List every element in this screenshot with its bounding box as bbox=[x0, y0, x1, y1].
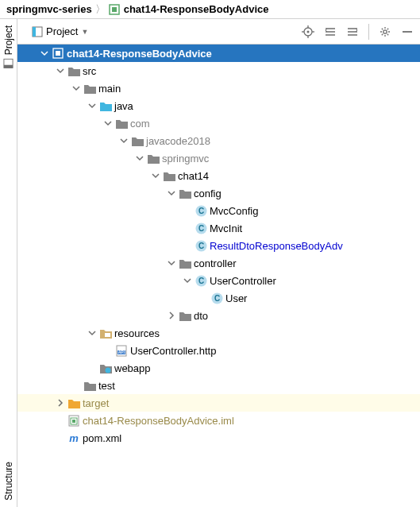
chevron-down-icon[interactable] bbox=[86, 329, 98, 337]
svg-text:m: m bbox=[69, 432, 79, 444]
chevron-down-icon[interactable] bbox=[102, 119, 114, 127]
tree-node-resources[interactable]: resources bbox=[17, 324, 420, 342]
tree-label: chat14 bbox=[176, 170, 209, 182]
breadcrumb-separator: 〉 bbox=[95, 2, 106, 17]
chevron-down-icon[interactable] bbox=[118, 137, 130, 145]
web-folder-icon bbox=[98, 363, 113, 373]
chevron-down-icon[interactable] bbox=[70, 84, 83, 92]
expand-all-icon[interactable] bbox=[324, 25, 337, 38]
tree-label: controller bbox=[192, 257, 236, 269]
tree-label: src bbox=[81, 65, 96, 77]
tree-label: chat14-ResponseBodyAdvice bbox=[65, 48, 212, 60]
tree-node-target[interactable]: target bbox=[17, 394, 420, 412]
iml-file-icon bbox=[67, 415, 81, 427]
chevron-down-icon[interactable] bbox=[149, 172, 162, 180]
tree-label: test bbox=[97, 380, 115, 392]
package-icon bbox=[178, 188, 192, 199]
chevron-down-icon[interactable] bbox=[165, 259, 178, 267]
chevron-right-icon[interactable] bbox=[54, 399, 67, 407]
tree-label: springmvc bbox=[160, 153, 209, 164]
project-tree[interactable]: chat14-ResponseBodyAdvice src main java … bbox=[17, 45, 420, 507]
tree-node-iml[interactable]: chat14-ResponseBodyAdvice.iml bbox=[17, 412, 420, 429]
tree-node-webapp[interactable]: webapp bbox=[17, 359, 420, 377]
tree-node-class[interactable]: C MvcConfig bbox=[17, 202, 420, 219]
hide-icon[interactable] bbox=[401, 25, 414, 38]
tree-node-pom[interactable]: m pom.xml bbox=[17, 429, 420, 447]
module-icon bbox=[51, 48, 65, 59]
tree-label: MvcInit bbox=[208, 223, 242, 234]
tree-label: webapp bbox=[113, 362, 151, 374]
left-tool-tabs: Project Structure bbox=[0, 19, 17, 507]
tree-node-package[interactable]: dto bbox=[17, 307, 420, 324]
tree-label: chat14-ResponseBodyAdvice.iml bbox=[81, 415, 234, 427]
package-icon bbox=[130, 136, 144, 146]
tree-label: MvcConfig bbox=[208, 205, 258, 217]
breadcrumb-module[interactable]: chat14-ResponseBodyAdvice bbox=[124, 3, 269, 15]
tree-node-class[interactable]: C User bbox=[17, 289, 420, 307]
source-folder-icon bbox=[98, 101, 113, 111]
chevron-down-icon[interactable] bbox=[54, 67, 67, 75]
chevron-down-icon[interactable]: ▼ bbox=[81, 28, 88, 36]
tree-node-package[interactable]: chat14 bbox=[17, 167, 420, 184]
tree-node-package[interactable]: javacode2018 bbox=[17, 132, 420, 149]
chevron-down-icon[interactable] bbox=[181, 277, 194, 284]
tree-node-src[interactable]: src bbox=[17, 62, 420, 79]
tree-node-module-root[interactable]: chat14-ResponseBodyAdvice bbox=[17, 45, 420, 62]
breadcrumb: springmvc-series 〉 chat14-ResponseBodyAd… bbox=[0, 0, 420, 19]
tree-label: UserController.http bbox=[129, 345, 216, 357]
project-tool-header: Project ▼ bbox=[17, 19, 420, 45]
svg-text:C: C bbox=[198, 207, 203, 215]
tree-node-class[interactable]: C UserController bbox=[17, 272, 420, 289]
svg-rect-33 bbox=[72, 420, 75, 423]
tree-node-class[interactable]: C MvcInit bbox=[17, 219, 420, 237]
folder-icon bbox=[83, 381, 97, 391]
structure-tool-tab[interactable]: Structure bbox=[2, 455, 16, 507]
svg-text:C: C bbox=[198, 242, 203, 250]
tree-node-package[interactable]: config bbox=[17, 184, 420, 202]
project-tool-tab[interactable]: Project bbox=[2, 19, 16, 75]
svg-rect-1 bbox=[112, 7, 117, 12]
chevron-down-icon[interactable] bbox=[86, 102, 98, 110]
svg-point-12 bbox=[383, 29, 387, 33]
chevron-right-icon[interactable] bbox=[165, 312, 178, 319]
chevron-down-icon[interactable] bbox=[165, 189, 178, 197]
folder-icon bbox=[67, 66, 81, 76]
tree-label: main bbox=[97, 83, 121, 95]
tree-label: User bbox=[224, 292, 247, 304]
tree-label: dto bbox=[192, 310, 208, 322]
svg-text:C: C bbox=[198, 224, 203, 233]
package-icon bbox=[162, 171, 176, 181]
separator bbox=[368, 24, 369, 40]
svg-rect-5 bbox=[33, 27, 36, 37]
tree-node-package[interactable]: controller bbox=[17, 254, 420, 272]
locate-icon[interactable] bbox=[302, 25, 314, 38]
breadcrumb-root[interactable]: springmvc-series bbox=[6, 3, 92, 15]
tree-node-test[interactable]: test bbox=[17, 377, 420, 394]
tree-label: com bbox=[129, 118, 150, 130]
chevron-down-icon[interactable] bbox=[133, 154, 146, 162]
class-icon: C bbox=[210, 292, 224, 304]
resources-folder-icon bbox=[98, 328, 113, 339]
tree-label: pom.xml bbox=[81, 432, 121, 444]
tree-label: UserController bbox=[208, 275, 276, 287]
http-file-icon: API bbox=[114, 345, 129, 357]
maven-file-icon: m bbox=[67, 432, 81, 444]
svg-text:C: C bbox=[198, 277, 203, 285]
collapse-all-icon[interactable] bbox=[346, 25, 359, 38]
tree-node-package[interactable]: com bbox=[17, 114, 420, 132]
tree-node-java[interactable]: java bbox=[17, 97, 420, 114]
class-icon: C bbox=[194, 205, 208, 217]
tree-node-main[interactable]: main bbox=[17, 79, 420, 97]
tree-node-file[interactable]: API UserController.http bbox=[17, 342, 420, 359]
chevron-down-icon[interactable] bbox=[38, 49, 51, 57]
gear-icon[interactable] bbox=[379, 25, 391, 38]
tree-node-class[interactable]: C ResultDtoResponseBodyAdv bbox=[17, 237, 420, 254]
excluded-folder-icon bbox=[67, 398, 81, 408]
svg-rect-26 bbox=[105, 333, 110, 337]
svg-point-7 bbox=[307, 30, 310, 33]
svg-text:C: C bbox=[214, 294, 219, 303]
class-icon: C bbox=[194, 275, 208, 287]
project-view-title[interactable]: Project bbox=[46, 25, 78, 37]
tree-node-package[interactable]: springmvc bbox=[17, 149, 420, 167]
tree-label: resources bbox=[113, 327, 160, 339]
